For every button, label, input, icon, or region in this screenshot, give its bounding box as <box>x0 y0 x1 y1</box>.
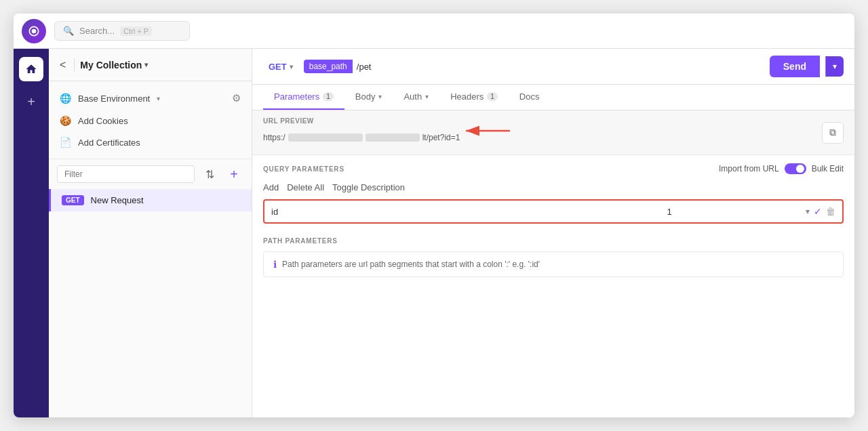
settings-icon[interactable]: ⚙ <box>232 92 241 104</box>
search-bar[interactable]: 🔍 Search... Ctrl + P <box>54 21 190 41</box>
url-bar: GET ▾ base_path /pet Send ▾ <box>252 49 854 85</box>
top-bar: 🔍 Search... Ctrl + P <box>14 14 854 49</box>
url-input-wrap: base_path /pet <box>304 60 764 74</box>
collection-item-base-env[interactable]: 🌐 Base Environment ▾ ⚙ <box>49 87 252 110</box>
param-actions: Add Delete All Toggle Description <box>263 181 844 194</box>
app-window: 🔍 Search... Ctrl + P + < My Collection ▾ <box>14 14 854 417</box>
add-param-button[interactable]: Add <box>263 181 279 194</box>
sidebar-icons: + <box>14 49 49 417</box>
search-shortcut: Ctrl + P <box>120 26 152 36</box>
collection-title-text: My Collection <box>80 60 142 70</box>
method-badge-get: GET <box>62 195 84 205</box>
back-button[interactable]: < <box>57 58 68 73</box>
path-params-header: PATH PARAMETERS <box>263 237 844 245</box>
tab-body[interactable]: Body ▾ <box>344 85 393 110</box>
param-row-id: ▾ ✓ 🗑 <box>263 199 844 224</box>
method-label: GET <box>269 62 287 72</box>
svg-point-1 <box>32 28 37 33</box>
search-placeholder: Search... <box>79 26 115 36</box>
sidebar-add-btn[interactable]: + <box>19 89 43 114</box>
tab-docs[interactable]: Docs <box>509 85 551 110</box>
send-dropdown-button[interactable]: ▾ <box>825 56 844 77</box>
filter-sort-button[interactable]: ⇅ <box>200 165 219 184</box>
url-preview-section: URL PREVIEW https:/ lt/pet?id=1 <box>252 110 854 155</box>
content-area: URL PREVIEW https:/ lt/pet?id=1 <box>252 110 854 417</box>
path-params-label: PATH PARAMETERS <box>263 237 338 245</box>
certificates-label: Add Certificates <box>78 138 140 148</box>
collection-panel: < My Collection ▾ 🌐 Base Environment ▾ ⚙… <box>49 49 252 417</box>
send-button[interactable]: Send <box>770 56 820 77</box>
url-preview-label: URL PREVIEW <box>263 117 816 125</box>
method-select[interactable]: GET ▾ <box>263 59 298 75</box>
red-arrow-annotation <box>462 127 517 148</box>
sidebar-home-btn[interactable] <box>19 57 43 81</box>
toggle-description-button[interactable]: Toggle Description <box>332 181 405 194</box>
collection-dropdown-icon: ▾ <box>144 61 148 68</box>
method-caret: ▾ <box>290 63 293 70</box>
param-row-actions: ▾ ✓ 🗑 <box>806 206 835 217</box>
url-preview-blur1 <box>288 134 363 142</box>
url-preview-blur2 <box>366 134 420 142</box>
path-params-section: PATH PARAMETERS ℹ Path parameters are ur… <box>252 229 854 277</box>
search-icon: 🔍 <box>63 26 74 36</box>
import-url-button[interactable]: Import from URL <box>719 164 779 173</box>
base-env-label: Base Environment <box>78 94 150 104</box>
main-layout: + < My Collection ▾ 🌐 Base Environment ▾… <box>14 49 854 417</box>
request-item-new[interactable]: GET New Request <box>49 189 252 211</box>
request-name: New Request <box>91 195 144 205</box>
param-value-input[interactable] <box>538 207 800 217</box>
filter-input[interactable] <box>57 165 195 183</box>
filter-add-button[interactable]: + <box>224 165 243 184</box>
certificates-icon: 📄 <box>60 137 71 148</box>
toggle-eye-button[interactable] <box>785 163 806 174</box>
copy-url-button[interactable]: ⧉ <box>822 122 844 144</box>
bulk-edit-button[interactable]: Bulk Edit <box>812 164 844 173</box>
collection-title[interactable]: My Collection ▾ <box>80 60 148 70</box>
collection-item-certificates[interactable]: 📄 Add Certificates <box>49 131 252 153</box>
tab-auth[interactable]: Auth ▾ <box>393 85 439 110</box>
query-params-actions: Import from URL Bulk Edit <box>719 163 844 174</box>
base-env-icon: 🌐 <box>60 93 71 104</box>
query-params-label: QUERY PARAMETERS <box>263 165 344 173</box>
cookies-icon: 🍪 <box>60 115 71 126</box>
collection-item-cookies[interactable]: 🍪 Add Cookies <box>49 110 252 131</box>
param-dropdown-icon[interactable]: ▾ <box>806 207 810 216</box>
url-var-badge[interactable]: base_path <box>304 60 353 73</box>
tab-parameters[interactable]: Parameters 1 <box>263 85 344 110</box>
toggle-circle <box>796 165 804 173</box>
request-panel: GET ▾ base_path /pet Send ▾ Parameters 1… <box>252 49 854 417</box>
url-preview-wrap: URL PREVIEW https:/ lt/pet?id=1 <box>263 117 816 148</box>
base-env-dropdown: ▾ <box>157 95 160 102</box>
filter-bar: ⇅ + <box>49 159 252 189</box>
param-check-icon[interactable]: ✓ <box>814 206 822 217</box>
path-params-info: ℹ Path parameters are url path segments … <box>263 251 844 277</box>
path-params-info-text: Path parameters are url path segments th… <box>282 260 540 269</box>
collection-header: < My Collection ▾ <box>49 49 252 81</box>
param-delete-icon[interactable]: 🗑 <box>826 206 835 217</box>
info-icon: ℹ <box>273 259 277 270</box>
tab-headers[interactable]: Headers 1 <box>439 85 509 110</box>
tabs-bar: Parameters 1 Body ▾ Auth ▾ Headers 1 Doc… <box>252 85 854 110</box>
query-params-section: QUERY PARAMETERS Import from URL Bulk Ed… <box>252 155 854 224</box>
divider <box>74 58 75 72</box>
query-params-header: QUERY PARAMETERS Import from URL Bulk Ed… <box>263 163 844 174</box>
param-key-input[interactable] <box>271 207 533 217</box>
cookies-label: Add Cookies <box>78 116 128 126</box>
collection-items: 🌐 Base Environment ▾ ⚙ 🍪 Add Cookies 📄 A… <box>49 81 252 159</box>
app-logo <box>22 19 46 43</box>
url-path: /pet <box>353 60 376 74</box>
url-preview-value: https:/ lt/pet?id=1 <box>263 127 816 148</box>
delete-all-button[interactable]: Delete All <box>287 181 324 194</box>
